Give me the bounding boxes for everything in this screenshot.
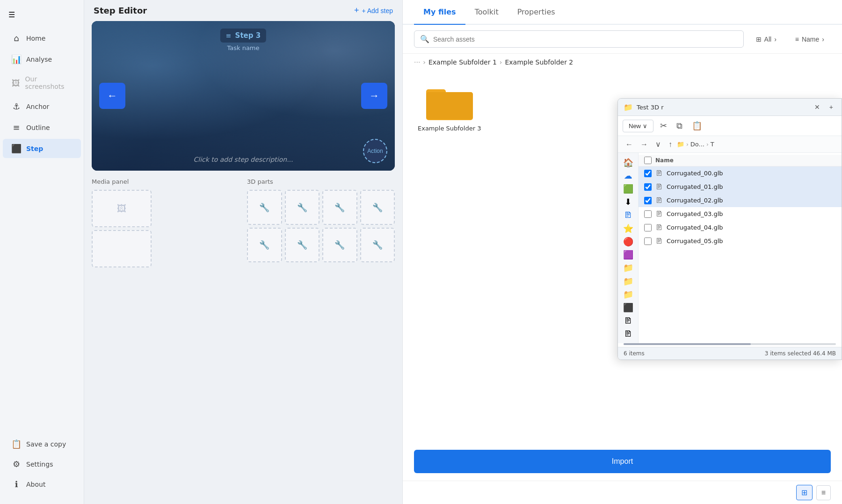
part-cell-2[interactable]: 🔧 [285, 190, 320, 225]
part-cell-1[interactable]: 🔧 [247, 190, 282, 225]
grid-view-button[interactable]: ⊞ [796, 485, 813, 500]
list-view-button[interactable]: ≡ [816, 485, 831, 500]
fe-file-item-0[interactable]: 🖹 Corrugated_00.glb [639, 166, 842, 180]
fe-close-button[interactable]: ✕ [812, 102, 823, 112]
plus-icon: + [354, 6, 359, 15]
fe-sidebar-star[interactable]: ⭐ [621, 223, 636, 234]
fe-file-item-2[interactable]: 🖹 Corrugated_02.glb [639, 194, 842, 207]
sidebar-item-home[interactable]: ⌂ Home [3, 29, 81, 48]
files-tabs: My files Toolkit Properties [403, 0, 842, 25]
sidebar-item-anchor[interactable]: ⚓ Anchor [3, 97, 81, 116]
fe-file-checkbox-4[interactable] [644, 224, 652, 231]
search-box: 🔍 [414, 30, 744, 48]
part-cell-7[interactable]: 🔧 [322, 228, 357, 263]
fe-sidebar-green[interactable]: 🟩 [621, 183, 636, 194]
step-description[interactable]: Click to add step description... [193, 156, 293, 163]
part-cell-4[interactable]: 🔧 [360, 190, 395, 225]
part-icon-6: 🔧 [297, 240, 307, 250]
filter-button[interactable]: ⊞ All › [749, 32, 783, 47]
fe-forward-button[interactable]: → [638, 138, 651, 151]
part-cell-6[interactable]: 🔧 [285, 228, 320, 263]
breadcrumb-item-2[interactable]: Example Subfolder 2 [505, 58, 573, 66]
fe-dropdown-button[interactable]: ∨ [653, 138, 664, 151]
sidebar-item-about[interactable]: ℹ About [3, 475, 81, 494]
fe-sidebar-file1[interactable]: 🖹 [621, 315, 636, 326]
fe-cut-button[interactable]: ✂ [657, 119, 670, 133]
fe-sidebar-docs[interactable]: 🖹 [621, 209, 636, 221]
import-button[interactable]: Import [414, 450, 831, 473]
media-grid: 🖼 [92, 190, 240, 267]
fe-file-item-1[interactable]: 🖹 Corrugated_01.glb [639, 180, 842, 194]
part-icon-8: 🔧 [372, 240, 383, 250]
fe-sidebar-folder1[interactable]: 📁 [621, 262, 636, 274]
breadcrumb: ··· › Example Subfolder 1 › Example Subf… [403, 54, 842, 71]
fe-add-tab-button[interactable]: + [827, 102, 836, 112]
media-cell-2[interactable] [92, 230, 152, 267]
fe-titlebar: 📁 Test 3D r ✕ + [618, 99, 842, 116]
fe-sidebar-file2[interactable]: 🖹 [621, 328, 636, 339]
fe-file-checkbox-5[interactable] [644, 238, 652, 245]
breadcrumb-item-1[interactable]: Example Subfolder 1 [428, 58, 497, 66]
sidebar-label-step: Step [26, 145, 43, 152]
fe-file-icon-3: 🖹 [655, 209, 663, 218]
sidebar-item-step[interactable]: ⬛ Step [3, 139, 81, 158]
folder-item[interactable]: Example Subfolder 3 [414, 80, 485, 136]
svg-rect-2 [426, 92, 473, 119]
next-step-button[interactable]: → [361, 83, 387, 109]
menu-icon[interactable]: ☰ [0, 6, 84, 24]
fe-back-button[interactable]: ← [623, 138, 636, 151]
import-label: Import [612, 457, 633, 465]
name-sort-chevron: › [822, 36, 824, 43]
part-cell-8[interactable]: 🔧 [360, 228, 395, 263]
fe-sidebar-folder3[interactable]: 📁 [621, 288, 636, 300]
fe-file-item-5[interactable]: 🖹 Corrugated_05.glb [639, 234, 842, 248]
fe-copy-button[interactable]: ⧉ [674, 119, 685, 133]
fe-sidebar-cloud[interactable]: ☁ [621, 170, 636, 181]
part-cell-3[interactable]: 🔧 [322, 190, 357, 225]
fe-nav-folder-icon: 📁 [677, 141, 684, 148]
fe-sidebar-folder2[interactable]: 📁 [621, 275, 636, 287]
fe-sidebar-red[interactable]: 🔴 [621, 236, 636, 247]
action-button[interactable]: Action [363, 139, 387, 163]
fe-file-checkbox-0[interactable] [644, 170, 652, 177]
step-editor-header: Step Editor + + Add step [84, 0, 402, 21]
fe-file-checkbox-2[interactable] [644, 197, 652, 204]
filter-chevron: › [774, 36, 777, 43]
add-step-button[interactable]: + + Add step [354, 6, 393, 15]
tab-my-files[interactable]: My files [414, 0, 465, 25]
fe-paste-button[interactable]: 📋 [689, 119, 705, 133]
fe-file-checkbox-1[interactable] [644, 183, 652, 191]
part-cell-5[interactable]: 🔧 [247, 228, 282, 263]
sidebar-item-outline[interactable]: ≡ Outline [3, 118, 81, 137]
fe-sidebar-purple[interactable]: 🟪 [621, 249, 636, 260]
fe-file-icon-0: 🖹 [655, 169, 663, 178]
fe-sidebar-download[interactable]: ⬇ [621, 196, 636, 208]
search-input[interactable] [433, 36, 738, 43]
fe-sidebar-home[interactable]: 🏠 [621, 157, 636, 168]
sidebar-item-save-copy[interactable]: 📋 Save a copy [3, 434, 81, 454]
fe-file-icon-4: 🖹 [655, 223, 663, 232]
fe-title-text: Test 3D r [637, 104, 808, 111]
files-panel: My files Toolkit Properties 🔍 ⊞ All › ≡ [402, 0, 842, 504]
fe-file-checkbox-3[interactable] [644, 210, 652, 218]
name-sort-button[interactable]: ≡ Name › [789, 32, 831, 47]
sidebar-item-settings[interactable]: ⚙ Settings [3, 454, 81, 474]
fe-sidebar-block[interactable]: ⬛ [621, 302, 636, 313]
parts-grid-row2: 🔧 🔧 🔧 🔧 [247, 228, 395, 263]
fe-new-button[interactable]: New ∨ [623, 120, 653, 132]
breadcrumb-dots[interactable]: ··· [414, 58, 420, 66]
fe-file-list: Name 🖹 Corrugated_00.glb 🖹 Corrugated_01… [639, 153, 842, 343]
files-toolbar: 🔍 ⊞ All › ≡ Name › [403, 25, 842, 54]
fe-scrollbar[interactable] [624, 343, 836, 345]
fe-file-item-3[interactable]: 🖹 Corrugated_03.glb [639, 207, 842, 221]
media-cell-1[interactable]: 🖼 [92, 190, 152, 227]
tab-properties[interactable]: Properties [508, 0, 565, 25]
tab-toolkit[interactable]: Toolkit [465, 0, 508, 25]
sidebar-item-analyse[interactable]: 📊 Analyse [3, 50, 81, 69]
fe-file-item-4[interactable]: 🖹 Corrugated_04.glb [639, 221, 842, 234]
fe-select-all-checkbox[interactable] [644, 157, 652, 164]
fe-up-button[interactable]: ↑ [666, 138, 675, 151]
fe-nav-path-item-1: Do... [690, 141, 704, 148]
sidebar-label-about: About [26, 481, 45, 488]
prev-step-button[interactable]: ← [99, 83, 125, 109]
